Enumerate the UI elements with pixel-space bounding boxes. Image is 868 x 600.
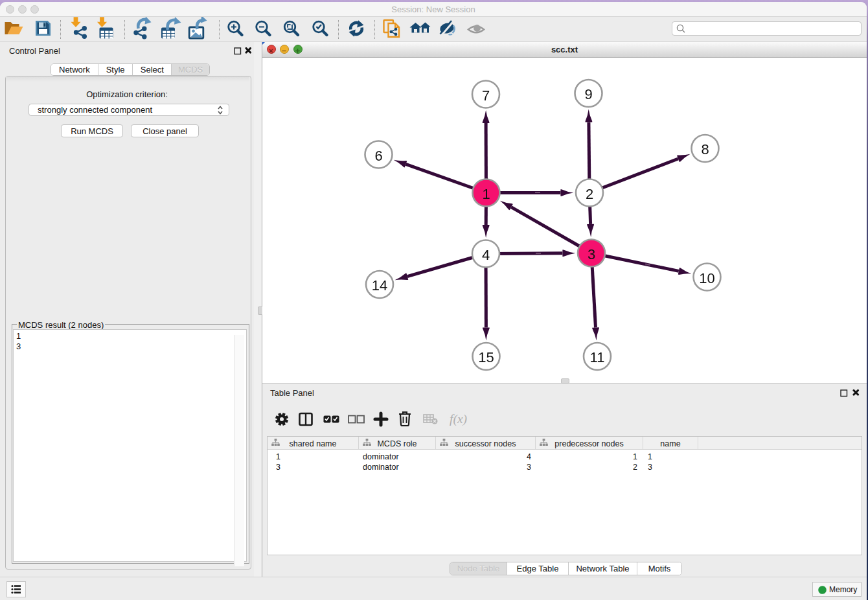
svg-text:8: 8 bbox=[701, 141, 709, 157]
svg-text:15: 15 bbox=[478, 349, 494, 365]
svg-text:7: 7 bbox=[482, 87, 490, 104]
svg-text:1: 1 bbox=[482, 186, 490, 202]
svg-text:3: 3 bbox=[588, 246, 595, 262]
svg-text:2: 2 bbox=[586, 186, 593, 202]
svg-text:9: 9 bbox=[584, 86, 592, 102]
svg-text:4: 4 bbox=[482, 247, 490, 263]
svg-text:6: 6 bbox=[374, 148, 382, 164]
svg-text:10: 10 bbox=[699, 270, 714, 286]
svg-text:14: 14 bbox=[372, 277, 387, 294]
svg-text:11: 11 bbox=[590, 349, 605, 365]
svg-text:f(x): f(x) bbox=[450, 412, 467, 426]
